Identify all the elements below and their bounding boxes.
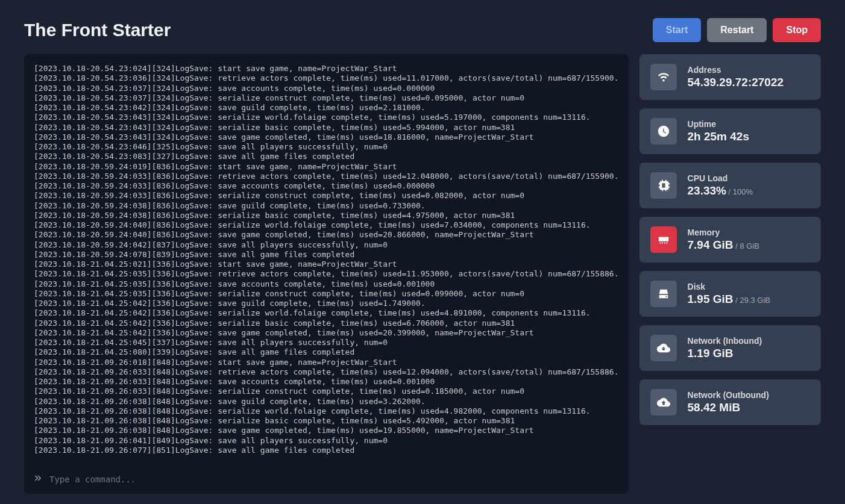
stat-disk: Disk 1.95 GiB / 29.3 GiB	[639, 271, 821, 317]
cloud-upload-icon	[650, 389, 677, 415]
stat-address: Address 54.39.29.72:27022	[639, 54, 821, 100]
stat-label: Network (Inbound)	[688, 336, 762, 346]
stat-label: Uptime	[688, 119, 749, 129]
stat-label: Disk	[688, 282, 770, 291]
restart-button[interactable]: Restart	[707, 18, 767, 42]
console-panel: [2023.10.18-20.54.23:024][324]LogSave: s…	[24, 54, 629, 494]
console-output[interactable]: [2023.10.18-20.54.23:024][324]LogSave: s…	[34, 64, 619, 461]
stat-label: Memory	[688, 228, 759, 237]
stats-panel: Address 54.39.29.72:27022 Uptime 2h 25m …	[639, 54, 821, 494]
stat-value: 7.94 GiB / 8 GiB	[688, 238, 759, 252]
stat-uptime: Uptime 2h 25m 42s	[639, 108, 821, 154]
stat-value: 58.42 MiB	[688, 401, 769, 414]
command-input[interactable]	[49, 474, 619, 484]
command-input-row	[34, 468, 619, 484]
stop-button[interactable]: Stop	[773, 18, 821, 42]
stat-value: 2h 25m 42s	[688, 130, 749, 143]
start-button[interactable]: Start	[653, 18, 701, 42]
stat-cpu: CPU Load 23.33% / 100%	[639, 163, 821, 208]
wifi-icon	[650, 64, 677, 90]
stat-memory: Memory 7.94 GiB / 8 GiB	[639, 217, 821, 263]
stat-value: 1.95 GiB / 29.3 GiB	[688, 293, 770, 306]
stat-value: 23.33% / 100%	[688, 184, 753, 198]
stat-network-inbound: Network (Inbound) 1.19 GiB	[639, 325, 821, 371]
cpu-icon	[650, 172, 677, 199]
stat-label: Address	[688, 65, 784, 75]
cloud-download-icon	[650, 335, 677, 361]
action-buttons: Start Restart Stop	[653, 18, 821, 42]
stat-label: Network (Outbound)	[688, 390, 769, 400]
chevron-right-icon	[34, 474, 42, 484]
stat-network-outbound: Network (Outbound) 58.42 MiB	[639, 379, 821, 425]
disk-icon	[650, 281, 677, 307]
clock-icon	[650, 118, 677, 145]
page-title: The Front Starter	[24, 20, 171, 40]
stat-value: 54.39.29.72:27022	[688, 76, 784, 89]
stat-value: 1.19 GiB	[688, 347, 762, 360]
memory-icon	[650, 226, 677, 253]
stat-label: CPU Load	[688, 173, 753, 183]
